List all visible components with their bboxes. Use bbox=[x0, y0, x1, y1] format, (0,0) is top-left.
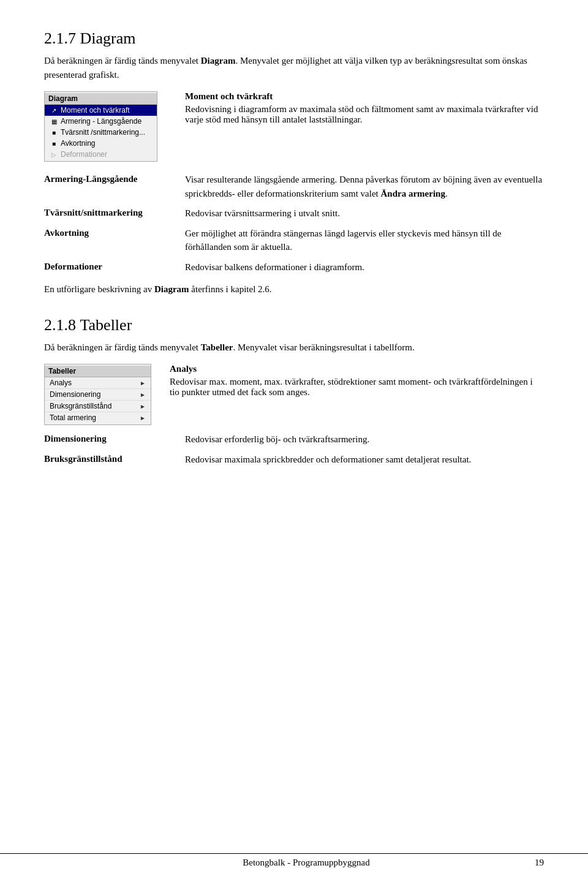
tabeller-menu: Tabeller Analys ► Dimensionering ► Bruks… bbox=[44, 364, 151, 425]
tvarsnitt-desc: Redovisar tvärsnittsarmering i utvalt sn… bbox=[185, 206, 544, 221]
deformationer-desc: Redovisar balkens deformationer i diagra… bbox=[185, 260, 544, 274]
deform-icon: ▷ bbox=[50, 150, 58, 159]
chevron-right-icon: ► bbox=[140, 380, 146, 387]
diagram-menu-item-avkortning[interactable]: ■ Avkortning bbox=[45, 138, 157, 149]
tabeller-menu-area: Tabeller Analys ► Dimensionering ► Bruks… bbox=[44, 364, 544, 425]
tvarsnitt-row: Tvärsnitt/snittmarkering Redovisar tvärs… bbox=[44, 206, 544, 221]
footer-center-text: Betongbalk - Programuppbyggnad bbox=[93, 858, 519, 868]
chevron-right-icon: ► bbox=[140, 403, 146, 410]
diagram-menu: Diagram ↗ Moment och tvärkraft ▦ Armerin… bbox=[44, 91, 167, 165]
tabeller-menu-box: Tabeller Analys ► Dimensionering ► Bruks… bbox=[44, 364, 151, 425]
section-icon: ■ bbox=[50, 128, 58, 137]
armering-term: Armering-Längsgående bbox=[44, 173, 185, 200]
diagram-menu-item-armering[interactable]: ▦ Armering - Längsgående bbox=[45, 116, 157, 127]
deformationer-term: Deformationer bbox=[44, 260, 185, 274]
section-2-1-7-heading: 2.1.7 Diagram bbox=[44, 29, 544, 48]
diagram-menu-item-moment[interactable]: ↗ Moment och tvärkraft bbox=[45, 105, 157, 116]
bruksgrans-desc: Redovisar maximala sprickbredder och def… bbox=[185, 453, 544, 467]
dimensionering-row: Dimensionering Redovisar erforderlig böj… bbox=[44, 432, 544, 447]
armering-row: Armering-Längsgående Visar resulterande … bbox=[44, 173, 544, 200]
armering-desc: Visar resulterande längsgående armering.… bbox=[185, 173, 544, 200]
avkortning-desc: Ger möjlighet att förändra stängernas lä… bbox=[185, 227, 544, 254]
diagram-menu-item-deformationer: ▷ Deformationer bbox=[45, 149, 157, 160]
section-2-1-8-intro: Då beräkningen är färdig tänds menyvalet… bbox=[44, 341, 544, 355]
chevron-right-icon: ► bbox=[140, 391, 146, 398]
tabeller-menu-title: Tabeller bbox=[45, 366, 151, 377]
diagram-menu-item-tvarsnitt[interactable]: ■ Tvärsnitt /snittmarkering... bbox=[45, 127, 157, 138]
tabeller-menu-item-analys[interactable]: Analys ► bbox=[45, 377, 151, 389]
tvarsnitt-term: Tvärsnitt/snittmarkering bbox=[44, 206, 185, 221]
bruksgrans-term: Bruksgränstillstånd bbox=[44, 453, 185, 467]
bruksgrans-row: Bruksgränstillstånd Redovisar maximala s… bbox=[44, 453, 544, 467]
chart-icon: ↗ bbox=[50, 106, 58, 115]
dimensionering-desc: Redovisar erforderlig böj- och tvärkraft… bbox=[185, 432, 544, 447]
diagram-menu-title: Diagram bbox=[45, 93, 157, 105]
avkortning-term: Avkortning bbox=[44, 227, 185, 254]
tabeller-menu-item-total-armering[interactable]: Total armering ► bbox=[45, 412, 151, 423]
section-2-1-8-heading: 2.1.8 Tabeller bbox=[44, 316, 544, 334]
section-2-1-7-end-para: En utförligare beskrivning av Diagram åt… bbox=[44, 282, 544, 296]
tabeller-analys-desc: Analys Redovisar max. moment, max. tvärk… bbox=[170, 364, 544, 425]
cut-icon: ■ bbox=[50, 139, 58, 148]
tabeller-menu-item-bruksgrans[interactable]: Bruksgränstillstånd ► bbox=[45, 401, 151, 412]
page: 2.1.7 Diagram Då beräkningen är färdig t… bbox=[0, 0, 588, 509]
chevron-right-icon: ► bbox=[140, 415, 146, 421]
deformationer-row: Deformationer Redovisar balkens deformat… bbox=[44, 260, 544, 274]
section-2-1-7-intro: Då beräkningen är färdig tänds menyvalet… bbox=[44, 54, 544, 81]
avkortning-row: Avkortning Ger möjlighet att förändra st… bbox=[44, 227, 544, 254]
diagram-menu-box: Diagram ↗ Moment och tvärkraft ▦ Armerin… bbox=[44, 91, 157, 162]
tabeller-menu-item-dimensionering[interactable]: Dimensionering ► bbox=[45, 389, 151, 401]
page-number: 19 bbox=[519, 858, 544, 868]
diagram-menu-area: Diagram ↗ Moment och tvärkraft ▦ Armerin… bbox=[44, 91, 544, 165]
dimensionering-term: Dimensionering bbox=[44, 432, 185, 447]
diagram-moment-desc: Moment och tvärkraft Redovisning i diagr… bbox=[185, 91, 544, 165]
table-icon: ▦ bbox=[50, 117, 58, 126]
page-footer: Betongbalk - Programuppbyggnad 19 bbox=[0, 853, 588, 868]
